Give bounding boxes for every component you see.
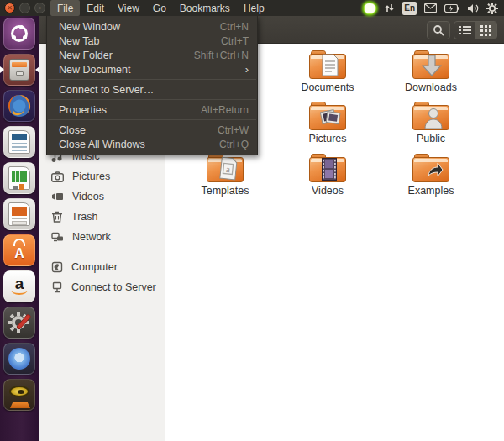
sidebar-label: Videos [72, 191, 104, 202]
messenger-indicator-icon[interactable] [364, 2, 376, 15]
calc-icon [8, 166, 30, 190]
menuitem-shortcut: Ctrl+T [221, 35, 249, 47]
list-view-icon [459, 25, 471, 35]
server-monitor-icon [51, 281, 63, 293]
sidebar-item-trash[interactable]: Trash [39, 207, 165, 227]
sidebar-item-videos[interactable]: Videos [39, 186, 165, 207]
keyboard-layout-indicator[interactable]: En [402, 2, 417, 15]
menu-separator [47, 76, 257, 82]
search-button[interactable] [427, 21, 450, 39]
launcher-item-ubuntu-software-center[interactable]: A [3, 234, 35, 266]
settings-gear-wrench-icon [7, 310, 32, 335]
menuitem-label: Properties [59, 104, 107, 116]
close-window-button[interactable]: ✕ [4, 3, 15, 13]
folder-public[interactable]: Public [380, 102, 482, 144]
grid-view-button[interactable] [475, 22, 496, 39]
minimize-window-button[interactable]: − [19, 3, 30, 13]
folder-label: Documents [301, 81, 354, 93]
menu-edit[interactable]: Edit [80, 0, 111, 16]
menuitem-label: Close [59, 124, 86, 136]
sidebar-label: Computer [71, 261, 118, 273]
sync-arrows-icon[interactable] [384, 2, 395, 15]
sidebar-item-computer[interactable]: Computer [39, 257, 165, 277]
window-controls: ✕ − ▫ [0, 3, 50, 13]
launcher-item-files[interactable] [3, 54, 35, 86]
sidebar-separator [39, 247, 165, 257]
sidebar-item-connect-to-server[interactable]: Connect to Server [39, 277, 165, 297]
sidebar-item-network[interactable]: Network [39, 227, 165, 247]
launcher-item-chromium[interactable] [3, 343, 35, 375]
menuitem-close-all-windows[interactable]: Close All Windows Ctrl+Q [47, 137, 257, 151]
link-arrow-emblem [427, 162, 444, 177]
document-emblem [321, 54, 339, 77]
launcher-item-libreoffice-writer[interactable] [3, 126, 35, 158]
menu-help[interactable]: Help [237, 0, 271, 16]
search-icon [433, 24, 444, 36]
launcher-item-libreoffice-impress[interactable] [3, 198, 35, 230]
folder-label: Videos [312, 185, 344, 197]
menu-view[interactable]: View [111, 0, 146, 16]
menu-bookmarks[interactable]: Bookmarks [173, 0, 237, 16]
trash-icon [51, 211, 63, 223]
launcher-item-system-settings[interactable] [3, 307, 35, 339]
menuitem-new-document[interactable]: New Document › [47, 62, 257, 76]
sidebar-item-pictures[interactable]: Pictures [39, 166, 165, 186]
camera-icon [51, 171, 64, 182]
menu-separator [47, 117, 257, 123]
folder-templates[interactable]: a Templates [174, 154, 276, 197]
folder-videos[interactable]: Videos [276, 154, 379, 197]
menuitem-close[interactable]: Close Ctrl+W [47, 123, 257, 137]
launcher-item-libreoffice-calc[interactable] [3, 162, 35, 194]
menuitem-new-tab[interactable]: New Tab Ctrl+T [47, 34, 257, 48]
folder-examples[interactable]: Examples [380, 154, 482, 197]
folder-documents[interactable]: Documents [276, 50, 379, 93]
menuitem-new-folder[interactable]: New Folder Shift+Ctrl+N [47, 48, 257, 62]
list-view-button[interactable] [454, 22, 475, 39]
folder-downloads[interactable]: Downloads [380, 50, 482, 93]
folder-label: Templates [202, 185, 249, 197]
template-emblem: a [218, 157, 239, 181]
menu-go[interactable]: Go [146, 0, 173, 16]
top-panel: ✕ − ▫ File Edit View Go Bookmarks Help E… [0, 0, 504, 16]
launcher-item-trash[interactable] [3, 379, 35, 411]
menuitem-label: New Document [59, 64, 130, 76]
menuitem-shortcut: Alt+Return [201, 104, 249, 116]
menuitem-shortcut: Ctrl+W [218, 124, 249, 136]
menuitem-label: Connect to Server… [59, 84, 154, 96]
chromium-icon [8, 348, 30, 370]
menuitem-label: New Tab [59, 35, 99, 47]
folder-pictures[interactable]: Pictures [276, 102, 379, 144]
firefox-icon [7, 93, 32, 118]
sidebar-label: Trash [71, 211, 98, 223]
network-icon [51, 232, 64, 243]
menuitem-properties[interactable]: Properties Alt+Return [47, 102, 257, 117]
menuitem-connect-to-server[interactable]: Connect to Server… [47, 82, 257, 97]
sidebar-label: Network [72, 231, 111, 243]
folder-label: Public [417, 133, 445, 144]
volume-icon[interactable] [467, 2, 479, 15]
file-manager-icon [9, 59, 29, 81]
gear-icon[interactable] [486, 2, 498, 15]
computer-drive-icon [51, 261, 63, 273]
files-window: Music Pictures Videos Trash [39, 16, 504, 441]
launcher-item-firefox[interactable] [3, 90, 35, 122]
battery-icon[interactable] [444, 2, 459, 15]
trash-icon [9, 386, 29, 397]
maximize-window-button[interactable]: ▫ [34, 3, 45, 13]
menuitem-label: New Folder [59, 50, 113, 61]
menuitem-new-window[interactable]: New Window Ctrl+N [47, 19, 257, 34]
mail-envelope-icon[interactable] [424, 2, 437, 15]
active-app-arrow [0, 66, 8, 73]
menu-file[interactable]: File [50, 0, 80, 16]
video-icon [51, 192, 64, 202]
folder-label: Examples [408, 185, 454, 197]
sidebar-label: Connect to Server [71, 281, 156, 293]
active-app-arrow [32, 66, 39, 73]
unity-launcher: A a [0, 16, 39, 441]
menuitem-label: Close All Windows [59, 139, 145, 150]
system-tray: En [364, 2, 504, 15]
launcher-item-amazon[interactable]: a [3, 270, 35, 302]
launcher-item-ubuntu-dash[interactable] [3, 18, 35, 50]
menuitem-shortcut: Ctrl+Q [219, 139, 249, 150]
photos-emblem [320, 107, 342, 129]
